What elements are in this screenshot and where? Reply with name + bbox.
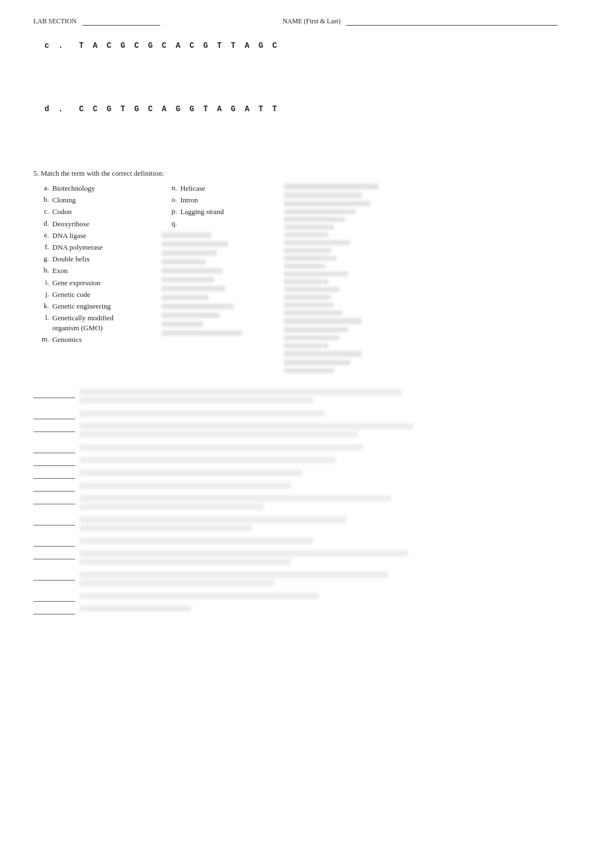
term-a-label: Biotechnology <box>52 183 95 194</box>
sequence-c-letter: c . <box>45 41 65 50</box>
def-text-5 <box>80 457 336 466</box>
def-blank-2[interactable] <box>33 411 75 419</box>
spacer-3 <box>33 119 558 136</box>
question-5-header: 5. Match the term with the correct defin… <box>33 169 558 178</box>
term-n-letter: n. <box>161 183 177 192</box>
term-g-label: Double helix <box>52 254 90 264</box>
term-b: b. Cloning <box>33 195 150 205</box>
term-f-letter: f. <box>33 242 49 251</box>
terms-section: a. Biotechnology b. Cloning c. Codon d. … <box>33 183 558 376</box>
term-g-letter: g. <box>33 254 49 263</box>
def-blank-5[interactable] <box>33 458 75 466</box>
def-blank-13[interactable] <box>33 594 75 602</box>
term-p-label: Lagging strand <box>180 207 224 217</box>
def-blank-11[interactable] <box>33 552 75 559</box>
terms-left-col: a. Biotechnology b. Cloning c. Codon d. … <box>33 183 156 376</box>
def-row-14 <box>33 606 558 614</box>
term-a-letter: a. <box>33 183 49 192</box>
term-l: l. Genetically modifiedorganism (GMO) <box>33 313 150 333</box>
term-b-letter: b. <box>33 195 49 204</box>
term-d: d. Deoxyribose <box>33 219 150 229</box>
def-blank-1[interactable] <box>33 390 75 398</box>
def-text-10 <box>80 538 313 547</box>
term-c: c. Codon <box>33 207 150 217</box>
term-a: a. Biotechnology <box>33 183 150 194</box>
term-q-letter: q. <box>161 219 177 228</box>
name-line <box>346 17 558 26</box>
def-blank-4[interactable] <box>33 445 75 453</box>
term-p-letter: p. <box>161 207 177 216</box>
def-text-9 <box>80 517 347 534</box>
term-e: e. DNA ligase <box>33 231 150 241</box>
def-row-6 <box>33 470 558 479</box>
def-text-3 <box>80 423 413 440</box>
def-blank-10[interactable] <box>33 539 75 547</box>
def-row-11 <box>33 550 558 568</box>
def-row-2 <box>33 410 558 419</box>
term-i-label: Gene expression <box>52 278 100 288</box>
def-text-11 <box>80 550 408 568</box>
blurred-terms-below-q <box>161 232 267 336</box>
def-blank-8[interactable] <box>33 497 75 504</box>
term-k-label: Genetic engineering <box>52 301 111 311</box>
sequence-d: d . C C G T G C A G G T A G A T T <box>45 105 558 113</box>
def-row-8 <box>33 495 558 513</box>
blurred-answers-col <box>284 183 558 376</box>
term-k-letter: k. <box>33 301 49 310</box>
def-text-12 <box>80 572 388 589</box>
def-blank-7[interactable] <box>33 484 75 492</box>
name-label: NAME (First & Last) <box>283 17 341 26</box>
term-b-label: Cloning <box>52 195 76 205</box>
def-blank-9[interactable] <box>33 518 75 525</box>
term-p: p. Lagging strand <box>161 207 267 217</box>
def-row-1 <box>33 389 558 406</box>
lab-section-label: LAB SECTION <box>33 17 77 26</box>
def-row-4 <box>33 444 558 453</box>
def-row-9 <box>33 517 558 534</box>
def-blank-14[interactable] <box>33 607 75 614</box>
term-h-label: Exon <box>52 266 67 276</box>
term-e-letter: e. <box>33 231 49 240</box>
def-text-13 <box>80 593 319 602</box>
def-blank-6[interactable] <box>33 471 75 479</box>
sequence-c-value: T A C G C G C A C G T T A G C <box>79 41 279 50</box>
term-f-label: DNA polymerase <box>52 242 103 252</box>
term-q: q. <box>161 219 267 228</box>
term-j-label: Genetic code <box>52 290 90 300</box>
term-f: f. DNA polymerase <box>33 242 150 252</box>
header: LAB SECTION NAME (First & Last) <box>33 17 558 26</box>
def-row-13 <box>33 593 558 602</box>
term-d-letter: d. <box>33 219 49 228</box>
term-k: k. Genetic engineering <box>33 301 150 311</box>
def-row-12 <box>33 572 558 589</box>
term-c-letter: c. <box>33 207 49 216</box>
def-row-10 <box>33 538 558 547</box>
term-o: o. Intron <box>161 195 267 205</box>
term-i: i. Gene expression <box>33 278 150 288</box>
sequence-d-letter: d . <box>45 105 65 113</box>
term-i-letter: i. <box>33 278 49 287</box>
term-m: m. Genomics <box>33 335 150 345</box>
definitions-section <box>33 389 558 614</box>
term-l-letter: l. <box>33 313 49 322</box>
term-m-label: Genomics <box>52 335 82 345</box>
term-g: g. Double helix <box>33 254 150 264</box>
term-n: n. Helicase <box>161 183 267 194</box>
term-o-label: Intron <box>180 195 198 205</box>
def-blank-3[interactable] <box>33 424 75 432</box>
def-text-14 <box>80 606 191 614</box>
spacer-4 <box>33 136 558 152</box>
term-n-label: Helicase <box>180 183 205 194</box>
def-row-7 <box>33 483 558 492</box>
term-e-label: DNA ligase <box>52 231 86 241</box>
lab-section-line <box>82 17 160 26</box>
def-text-4 <box>80 444 363 453</box>
question-5-text: 5. Match the term with the correct defin… <box>33 169 164 177</box>
terms-right-col: n. Helicase o. Intron p. Lagging strand … <box>161 183 273 376</box>
term-j: j. Genetic code <box>33 290 150 300</box>
term-h-letter: h. <box>33 266 49 275</box>
def-blank-12[interactable] <box>33 573 75 581</box>
term-d-label: Deoxyribose <box>52 219 89 229</box>
term-l-label: Genetically modifiedorganism (GMO) <box>52 313 114 333</box>
def-text-8 <box>80 495 391 513</box>
